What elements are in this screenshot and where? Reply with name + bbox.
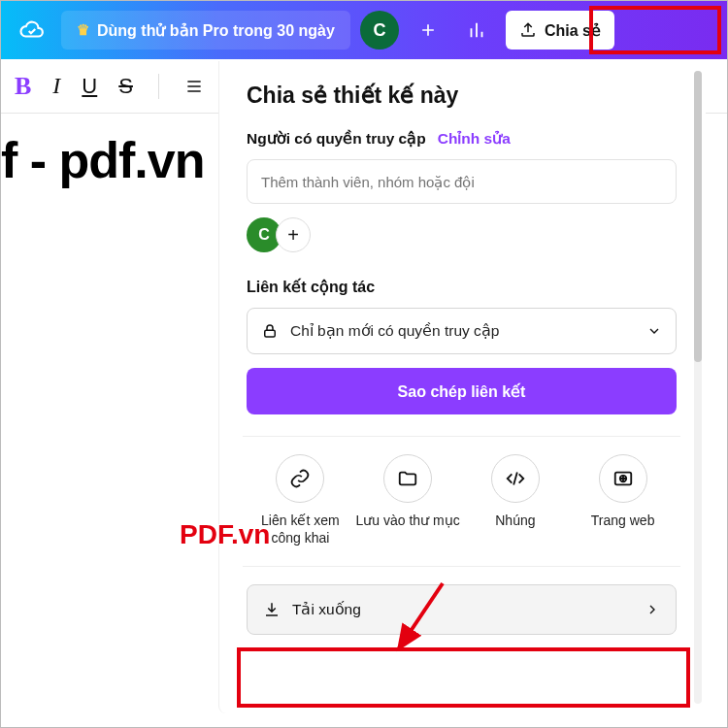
pro-trial-label: Dùng thử bản Pro trong 30 ngày [97, 21, 335, 40]
link-icon [276, 454, 324, 503]
chevron-down-icon [646, 323, 662, 339]
share-option-website[interactable]: Trang web [570, 454, 677, 546]
edit-access-link[interactable]: Chỉnh sửa [438, 130, 511, 148]
share-option-embed[interactable]: Nhúng [462, 454, 569, 546]
underline-button[interactable]: U [82, 74, 97, 99]
align-button[interactable] [184, 77, 204, 96]
lock-icon [261, 322, 279, 340]
add-members-input[interactable] [247, 159, 677, 204]
copy-link-button[interactable]: Sao chép liên kết [247, 368, 677, 414]
share-panel: Chia sẻ thiết kế này Người có quyền truy… [218, 61, 706, 713]
collab-link-title: Liên kết cộng tác [247, 278, 677, 296]
strikethrough-button[interactable]: S [118, 74, 133, 99]
folder-icon [383, 454, 432, 503]
upload-icon [519, 21, 537, 39]
italic-button[interactable]: I [52, 73, 60, 99]
share-option-public-link[interactable]: Liên kết xem công khai [247, 454, 353, 546]
share-option-save-folder[interactable]: Lưu vào thư mục [354, 454, 461, 546]
download-button[interactable]: Tải xuống [247, 584, 677, 635]
divider-2 [243, 566, 680, 567]
pro-trial-button[interactable]: ♛ Dùng thử bản Pro trong 30 ngày [61, 11, 350, 50]
crown-icon: ♛ [77, 21, 89, 39]
web-icon [599, 454, 647, 503]
share-button-label: Chia sẻ [545, 21, 601, 40]
share-panel-title: Chia sẻ thiết kế này [247, 83, 677, 109]
divider [243, 436, 680, 437]
link-access-select[interactable]: Chỉ bạn mới có quyền truy cập [247, 308, 677, 354]
svg-rect-0 [265, 330, 276, 337]
bold-button[interactable]: B [15, 72, 31, 101]
share-button[interactable]: Chia sẻ [506, 11, 614, 50]
share-options: Liên kết xem công khai Lưu vào thư mục N… [247, 454, 677, 546]
access-label: Người có quyền truy cập [247, 130, 426, 148]
add-member-button[interactable]: + [276, 217, 311, 252]
download-icon [263, 601, 281, 618]
analytics-button[interactable] [457, 11, 496, 50]
add-page-button[interactable] [409, 11, 447, 50]
toolbar-divider [158, 74, 159, 99]
top-bar: ♛ Dùng thử bản Pro trong 30 ngày C Chia … [1, 1, 727, 59]
embed-icon [491, 454, 540, 503]
sync-status-icon[interactable] [13, 11, 51, 50]
scrollbar[interactable] [694, 71, 702, 704]
user-avatar[interactable]: C [360, 11, 399, 50]
chevron-right-icon [645, 602, 660, 617]
